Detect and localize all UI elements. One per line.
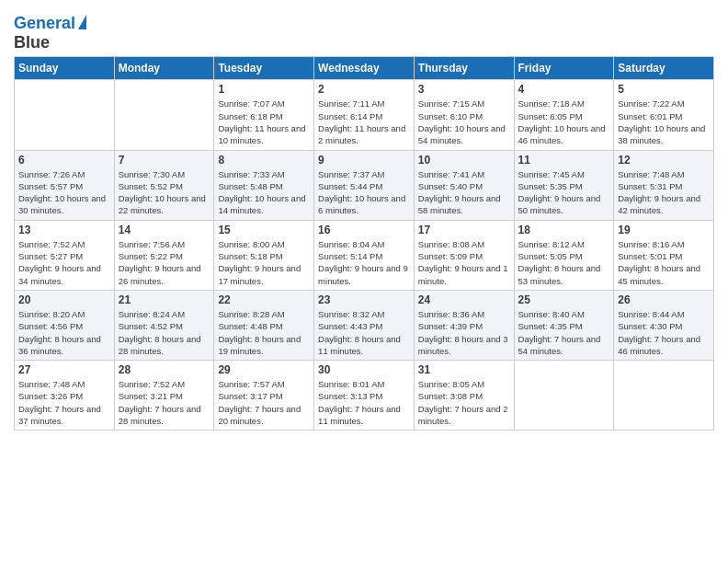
day-number: 11 [518, 154, 610, 167]
calendar-cell: 18Sunrise: 8:12 AMSunset: 5:05 PMDayligh… [514, 220, 614, 290]
calendar-week-4: 20Sunrise: 8:20 AMSunset: 4:56 PMDayligh… [15, 290, 714, 360]
calendar-cell: 8Sunrise: 7:33 AMSunset: 5:48 PMDaylight… [214, 150, 314, 220]
calendar-week-1: 1Sunrise: 7:07 AMSunset: 6:18 PMDaylight… [15, 80, 714, 150]
calendar-cell [114, 80, 214, 150]
day-number: 29 [218, 363, 310, 376]
day-info: Sunrise: 7:26 AMSunset: 5:57 PMDaylight:… [18, 168, 110, 217]
day-number: 7 [119, 154, 210, 167]
day-number: 31 [418, 363, 510, 376]
calendar-cell: 13Sunrise: 7:52 AMSunset: 5:27 PMDayligh… [15, 220, 115, 290]
day-number: 23 [318, 293, 410, 306]
day-number: 25 [518, 293, 610, 306]
day-number: 9 [318, 154, 410, 167]
day-number: 12 [618, 154, 710, 167]
calendar-cell: 6Sunrise: 7:26 AMSunset: 5:57 PMDaylight… [15, 150, 115, 220]
weekday-header-saturday: Saturday [614, 57, 714, 80]
day-info: Sunrise: 8:32 AMSunset: 4:43 PMDaylight:… [318, 308, 410, 357]
calendar-cell [614, 361, 714, 431]
day-info: Sunrise: 7:45 AMSunset: 5:35 PMDaylight:… [518, 168, 610, 217]
day-info: Sunrise: 7:48 AMSunset: 3:26 PMDaylight:… [18, 378, 110, 427]
day-number: 5 [618, 83, 710, 96]
day-info: Sunrise: 7:52 AMSunset: 3:21 PMDaylight:… [119, 378, 210, 427]
calendar-cell: 12Sunrise: 7:48 AMSunset: 5:31 PMDayligh… [614, 150, 714, 220]
calendar-cell [514, 361, 614, 431]
weekday-header-tuesday: Tuesday [214, 57, 314, 80]
logo-text: General Blue [14, 14, 86, 52]
weekday-header-wednesday: Wednesday [314, 57, 415, 80]
day-info: Sunrise: 7:15 AMSunset: 6:10 PMDaylight:… [418, 98, 510, 146]
day-info: Sunrise: 7:41 AMSunset: 5:40 PMDaylight:… [418, 168, 510, 217]
weekday-header-monday: Monday [114, 57, 214, 80]
day-number: 6 [18, 154, 110, 167]
day-number: 8 [218, 154, 310, 167]
day-info: Sunrise: 7:48 AMSunset: 5:31 PMDaylight:… [618, 168, 710, 217]
calendar-cell [15, 80, 115, 150]
calendar-cell: 9Sunrise: 7:37 AMSunset: 5:44 PMDaylight… [314, 150, 415, 220]
day-info: Sunrise: 8:05 AMSunset: 3:08 PMDaylight:… [418, 378, 510, 427]
day-number: 10 [418, 154, 510, 167]
day-info: Sunrise: 7:07 AMSunset: 6:18 PMDaylight:… [218, 98, 310, 146]
calendar-cell: 29Sunrise: 7:57 AMSunset: 3:17 PMDayligh… [214, 361, 314, 431]
day-info: Sunrise: 8:08 AMSunset: 5:09 PMDaylight:… [418, 238, 510, 287]
day-number: 22 [218, 293, 310, 306]
day-number: 3 [418, 83, 510, 96]
calendar-cell: 10Sunrise: 7:41 AMSunset: 5:40 PMDayligh… [414, 150, 514, 220]
day-number: 15 [218, 224, 310, 236]
day-info: Sunrise: 7:22 AMSunset: 6:01 PMDaylight:… [618, 98, 710, 146]
calendar-cell: 22Sunrise: 8:28 AMSunset: 4:48 PMDayligh… [214, 290, 314, 360]
day-info: Sunrise: 7:30 AMSunset: 5:52 PMDaylight:… [119, 168, 210, 217]
day-info: Sunrise: 8:36 AMSunset: 4:39 PMDaylight:… [418, 308, 510, 357]
day-info: Sunrise: 8:01 AMSunset: 3:13 PMDaylight:… [318, 378, 410, 427]
weekday-header-thursday: Thursday [414, 57, 514, 80]
calendar-cell: 23Sunrise: 8:32 AMSunset: 4:43 PMDayligh… [314, 290, 415, 360]
day-number: 26 [618, 293, 710, 306]
day-info: Sunrise: 7:52 AMSunset: 5:27 PMDaylight:… [18, 238, 110, 287]
calendar-week-3: 13Sunrise: 7:52 AMSunset: 5:27 PMDayligh… [15, 220, 714, 290]
day-number: 21 [119, 293, 210, 306]
day-info: Sunrise: 8:04 AMSunset: 5:14 PMDaylight:… [318, 238, 410, 287]
day-number: 30 [318, 363, 410, 376]
day-info: Sunrise: 8:12 AMSunset: 5:05 PMDaylight:… [518, 238, 610, 287]
day-info: Sunrise: 8:16 AMSunset: 5:01 PMDaylight:… [618, 238, 710, 287]
day-info: Sunrise: 8:24 AMSunset: 4:52 PMDaylight:… [119, 308, 210, 357]
calendar-cell: 19Sunrise: 8:16 AMSunset: 5:01 PMDayligh… [614, 220, 714, 290]
calendar-cell: 15Sunrise: 8:00 AMSunset: 5:18 PMDayligh… [214, 220, 314, 290]
day-info: Sunrise: 8:00 AMSunset: 5:18 PMDaylight:… [218, 238, 310, 287]
calendar-cell: 5Sunrise: 7:22 AMSunset: 6:01 PMDaylight… [614, 80, 714, 150]
day-info: Sunrise: 7:33 AMSunset: 5:48 PMDaylight:… [218, 168, 310, 217]
day-info: Sunrise: 8:20 AMSunset: 4:56 PMDaylight:… [18, 308, 110, 357]
calendar-cell: 17Sunrise: 8:08 AMSunset: 5:09 PMDayligh… [414, 220, 514, 290]
calendar-cell: 7Sunrise: 7:30 AMSunset: 5:52 PMDaylight… [114, 150, 214, 220]
day-info: Sunrise: 7:37 AMSunset: 5:44 PMDaylight:… [318, 168, 410, 217]
calendar-cell: 24Sunrise: 8:36 AMSunset: 4:39 PMDayligh… [414, 290, 514, 360]
day-number: 1 [218, 83, 310, 96]
calendar-cell: 2Sunrise: 7:11 AMSunset: 6:14 PMDaylight… [314, 80, 415, 150]
calendar-cell: 4Sunrise: 7:18 AMSunset: 6:05 PMDaylight… [514, 80, 614, 150]
calendar-cell: 27Sunrise: 7:48 AMSunset: 3:26 PMDayligh… [15, 361, 115, 431]
day-info: Sunrise: 8:28 AMSunset: 4:48 PMDaylight:… [218, 308, 310, 357]
calendar-cell: 21Sunrise: 8:24 AMSunset: 4:52 PMDayligh… [114, 290, 214, 360]
calendar-cell: 20Sunrise: 8:20 AMSunset: 4:56 PMDayligh… [15, 290, 115, 360]
logo-triangle-icon [78, 15, 86, 29]
day-number: 24 [418, 293, 510, 306]
calendar-week-2: 6Sunrise: 7:26 AMSunset: 5:57 PMDaylight… [15, 150, 714, 220]
calendar-table: SundayMondayTuesdayWednesdayThursdayFrid… [14, 56, 714, 431]
day-info: Sunrise: 8:44 AMSunset: 4:30 PMDaylight:… [618, 308, 710, 357]
calendar-cell: 11Sunrise: 7:45 AMSunset: 5:35 PMDayligh… [514, 150, 614, 220]
calendar-cell: 3Sunrise: 7:15 AMSunset: 6:10 PMDaylight… [414, 80, 514, 150]
day-number: 28 [119, 363, 210, 376]
day-number: 20 [18, 293, 110, 306]
calendar-cell: 28Sunrise: 7:52 AMSunset: 3:21 PMDayligh… [114, 361, 214, 431]
day-number: 18 [518, 224, 610, 236]
logo-general: General [14, 14, 75, 32]
calendar-cell: 16Sunrise: 8:04 AMSunset: 5:14 PMDayligh… [314, 220, 415, 290]
day-info: Sunrise: 7:18 AMSunset: 6:05 PMDaylight:… [518, 98, 610, 146]
calendar-cell: 14Sunrise: 7:56 AMSunset: 5:22 PMDayligh… [114, 220, 214, 290]
day-number: 13 [18, 224, 110, 236]
weekday-header-friday: Friday [514, 57, 614, 80]
logo: General Blue [14, 14, 86, 52]
logo-blue: Blue [14, 33, 50, 52]
weekday-header-sunday: Sunday [15, 57, 115, 80]
calendar-week-5: 27Sunrise: 7:48 AMSunset: 3:26 PMDayligh… [15, 361, 714, 431]
day-number: 16 [318, 224, 410, 236]
